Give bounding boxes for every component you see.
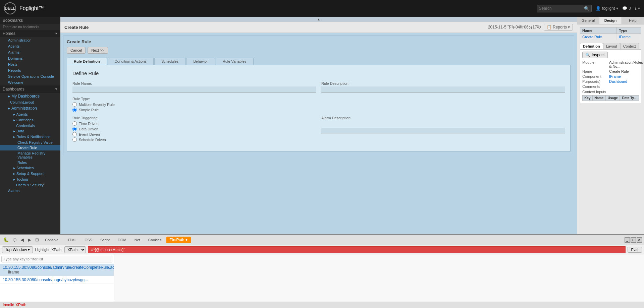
sidebar-item-domains[interactable]: Domains: [0, 55, 60, 61]
sidebar-cartridges-sub[interactable]: ▸ Cartridges: [0, 117, 60, 123]
purposes-value[interactable]: Dashboard: [609, 79, 627, 83]
devtools-tab-net[interactable]: Net: [131, 237, 144, 243]
collapse-arrow[interactable]: ▲: [60, 17, 577, 22]
sidebar-agents-sub[interactable]: ▸ Agents: [0, 112, 60, 117]
devtools-inspect-element-btn[interactable]: ⬡: [11, 237, 18, 243]
sidebar-item-welcome[interactable]: Welcome: [0, 79, 60, 85]
sidebar-create-rule[interactable]: Create Rule: [0, 145, 60, 150]
sidebar-schedules[interactable]: ▸ Schedules: [0, 165, 60, 171]
sidebar-item-alarms[interactable]: Alarms: [0, 49, 60, 55]
comments-row: Comments: [582, 84, 639, 88]
list-item-1[interactable]: 10.30.155.30:8080/console/page/cybazybwg…: [0, 276, 114, 284]
inspect-tab-layout[interactable]: Layout: [603, 43, 620, 49]
inspect-tab-definition[interactable]: Definition: [580, 43, 603, 49]
radio-time-driven[interactable]: Time Driven: [72, 121, 316, 126]
tab-design[interactable]: Design: [599, 17, 622, 24]
sidebar-users-security[interactable]: Users & Security: [0, 182, 60, 188]
next-button[interactable]: Next >>: [88, 47, 108, 54]
my-dashboards-item[interactable]: ▸ My Dashboards: [0, 93, 60, 100]
tab-schedules[interactable]: Schedules: [154, 58, 185, 65]
sidebar-setup[interactable]: ▸ Setup & Support: [0, 171, 60, 177]
devtools-forward-btn[interactable]: ▶: [26, 237, 33, 243]
sidebar-rules[interactable]: Rules: [0, 160, 60, 165]
devtools-tab-html[interactable]: HTML: [63, 237, 80, 243]
radio-event-driven-input[interactable]: [72, 132, 77, 136]
devtools-close-btn[interactable]: ✕: [637, 237, 642, 243]
tab-help[interactable]: Help: [622, 17, 644, 24]
devtools-tab-css[interactable]: CSS: [81, 237, 96, 243]
list-item-0[interactable]: 10.30.155.30:8080/console/admin/rule/cre…: [0, 264, 114, 276]
radio-multiple-severity[interactable]: Multiple-Severity Rule: [72, 102, 565, 107]
search-box[interactable]: 🔍: [537, 5, 592, 12]
radio-simple-rule-input[interactable]: [72, 108, 77, 112]
devtools-maximize-btn[interactable]: □: [631, 237, 636, 243]
component-row: Component IFrame: [582, 74, 639, 78]
username[interactable]: foglight: [602, 6, 615, 11]
sidebar-rules-notif[interactable]: ▸ Rules & Notifications: [0, 134, 60, 140]
bookmarks-section[interactable]: Bookmarks: [0, 17, 60, 24]
devtools-tab-script[interactable]: Script: [97, 237, 113, 243]
sidebar-admin-expand[interactable]: ▸ Administration: [0, 105, 60, 112]
devtools-tab-firepath[interactable]: FirePath ▾: [166, 237, 191, 243]
tab-rule-definition[interactable]: Rule Definition: [67, 58, 107, 65]
devtools-tab-cookies[interactable]: Cookies: [145, 237, 165, 243]
devtools-expand-btn[interactable]: ⊞: [34, 237, 40, 243]
radio-data-driven[interactable]: Data Driven: [72, 127, 316, 131]
radio-time-driven-input[interactable]: [72, 121, 77, 126]
xpath-input[interactable]: [88, 246, 625, 253]
devtools-tab-dom[interactable]: DOM: [114, 237, 130, 243]
filter-input[interactable]: [1, 256, 112, 262]
sidebar-item-soc[interactable]: Service Operations Console: [0, 73, 60, 79]
radio-multiple-severity-input[interactable]: [72, 102, 77, 107]
right-table: Name Type Create Rule IFrame: [580, 27, 641, 40]
devtools-inspect-btn[interactable]: 🐛: [2, 237, 10, 243]
rule-content: Define Rule Rule Name: Rule Description:…: [67, 65, 571, 151]
dashboards-section[interactable]: Dashboards ▼: [0, 85, 60, 93]
table-row[interactable]: Create Rule IFrame: [580, 34, 641, 40]
sidebar-item-agents[interactable]: Agents: [0, 43, 60, 49]
tab-behavior[interactable]: Behavior: [186, 58, 215, 65]
component-value[interactable]: IFrame: [609, 74, 621, 78]
sidebar-item-administration[interactable]: Administration: [0, 37, 60, 43]
homes-section[interactable]: Homes ▼: [0, 30, 60, 37]
devtools-back-btn[interactable]: ◀: [19, 237, 25, 243]
alarm-description-input[interactable]: [321, 128, 565, 134]
radio-simple-rule[interactable]: Simple Rule: [72, 108, 565, 112]
sidebar-check-registry[interactable]: Check Registry Value: [0, 140, 60, 145]
top-window-button[interactable]: Top Window ▾: [2, 246, 33, 253]
tab-general[interactable]: General: [577, 17, 599, 24]
inspect-tab-context[interactable]: Context: [620, 43, 639, 49]
radio-schedule-driven[interactable]: Schedule Driven: [72, 137, 316, 142]
devtools-minimize-btn[interactable]: _: [625, 237, 630, 243]
sidebar-alarms-bottom[interactable]: Alarms: [0, 188, 60, 194]
highlight-label: Highlight: [35, 248, 49, 252]
radio-event-driven[interactable]: Event Driven: [72, 132, 316, 136]
folder-icon: ▸: [8, 94, 10, 99]
rule-description-input[interactable]: [321, 86, 565, 93]
radio-data-driven-input[interactable]: [72, 127, 77, 131]
info-button[interactable]: ℹ ▾: [635, 6, 640, 11]
sidebar-tooling[interactable]: ▸ Tooling: [0, 177, 60, 182]
reports-button[interactable]: 📋 Reports ▾: [544, 24, 573, 30]
sidebar-item-reports[interactable]: Reports: [0, 67, 60, 73]
search-input[interactable]: [539, 6, 583, 11]
inspect-button[interactable]: 🔍 Inspect: [582, 52, 608, 58]
tab-rule-variables[interactable]: Rule Variables: [216, 58, 254, 65]
row-name[interactable]: Create Rule: [580, 34, 617, 40]
chat-count[interactable]: 💬 0: [622, 6, 631, 11]
devtools-tab-console[interactable]: Console: [42, 237, 62, 243]
sidebar-item-hosts[interactable]: Hosts: [0, 61, 60, 67]
sidebar-manage-registry[interactable]: Manage Registry Variables: [0, 150, 60, 160]
radio-schedule-driven-input[interactable]: [72, 137, 77, 142]
column-layout-item[interactable]: ColumnLayout: [0, 100, 60, 105]
rule-description-group: Rule Description:: [321, 81, 565, 93]
ctx-datatype-header: Data Ty...: [620, 96, 639, 101]
xpath-type-select[interactable]: XPath:: [64, 246, 86, 253]
sidebar-credentials-sub[interactable]: Credentials: [0, 123, 60, 128]
devtools-body: 10.30.155.30:8080/console/admin/rule/cre…: [0, 254, 644, 302]
sidebar-data-sub[interactable]: ▸ Data: [0, 128, 60, 134]
tab-condition-actions[interactable]: Condition & Actions: [108, 58, 154, 65]
rule-name-input[interactable]: [72, 86, 316, 93]
eval-button[interactable]: Eval: [628, 247, 642, 253]
cancel-button[interactable]: Cancel: [67, 47, 86, 54]
